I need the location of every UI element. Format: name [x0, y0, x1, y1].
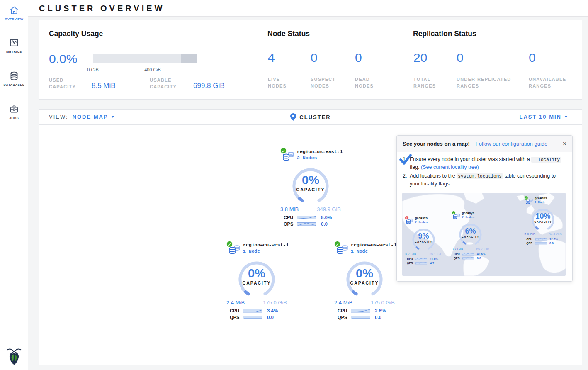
qps-label: QPS — [407, 262, 415, 265]
region-name: geo=ams — [535, 197, 562, 200]
cpu-sparkline — [243, 308, 262, 313]
cockroachdb-logo — [0, 348, 28, 367]
home-icon — [9, 5, 19, 16]
region-node-group[interactable]: ✓ region=us-east-1 2 No — [279, 148, 342, 226]
sidebar-label: JOBS — [0, 116, 28, 120]
region-node-count: 2 Nodes — [462, 216, 490, 219]
region-node-count: 2 Nodes — [415, 221, 443, 224]
system-locations-code: system.locations — [457, 173, 503, 179]
region-node-count: 1 Node — [351, 248, 396, 254]
close-icon[interactable]: × — [563, 141, 566, 147]
sidebar-label: METRICS — [0, 50, 28, 54]
capacity-gauge: 10% CAPACITY — [530, 207, 556, 231]
region-status-icon: ✓ — [280, 148, 287, 154]
capacity-total-value: 35.1 GiB — [429, 252, 442, 256]
qps-label: QPS — [526, 242, 535, 245]
region-status-icon: ✓ — [524, 196, 528, 200]
capacity-percent: 6% — [458, 227, 484, 235]
time-range-dropdown[interactable]: LAST 10 MIN — [520, 114, 568, 120]
qps-label: QPS — [284, 222, 297, 226]
under-replicated-ranges-value: 0 — [457, 51, 511, 64]
capacity-label: CAPACITY — [344, 280, 385, 285]
capacity-total-value: 34.4 GiB — [549, 232, 561, 236]
qps-label: QPS — [338, 315, 351, 320]
qps-sparkline — [243, 315, 262, 320]
capacity-used-value: 3.2 GiB — [405, 252, 416, 256]
qps-value: 0.0 — [321, 222, 328, 226]
region-node-count: 1 Node — [535, 201, 562, 204]
capacity-gauge: 0% CAPACITY — [236, 258, 277, 298]
step-complete-check-icon — [399, 154, 412, 165]
cpu-label: CPU — [454, 253, 462, 256]
region-name: region=eu-west-1 — [243, 242, 288, 248]
qps-label: QPS — [454, 257, 462, 260]
capacity-total-value: 349.9 GiB — [317, 206, 341, 212]
cpu-sparkline — [351, 308, 370, 313]
capacity-percent: 0% — [290, 174, 331, 186]
total-ranges-value: 20 — [413, 51, 436, 64]
capacity-label: CAPACITY — [236, 280, 277, 285]
sidebar: OVERVIEW METRICS DATABASES JOBS — [0, 0, 28, 370]
region-name: geo=nyc — [462, 212, 490, 215]
cpu-label: CPU — [284, 215, 297, 220]
capacity-label: CAPACITY — [530, 220, 556, 223]
metrics-icon — [9, 37, 19, 48]
gauge-used-arc — [299, 198, 302, 200]
qps-sparkline — [415, 262, 428, 265]
region-name: geo=sfo — [415, 217, 443, 220]
node-map-panel: See your nodes on a map! Follow our conf… — [39, 124, 582, 365]
qps-value: 0.0 — [267, 315, 274, 320]
capacity-label: CAPACITY — [290, 187, 331, 192]
breadcrumb-cluster: CLUSTER — [299, 114, 330, 120]
view-selector-dropdown[interactable]: NODE MAP — [73, 114, 114, 120]
locality-tree-link[interactable]: See current locality tree — [423, 164, 477, 170]
region-node-group[interactable]: ✓ region=eu-west-1 1 No — [226, 241, 288, 320]
cpu-value: 5.0% — [321, 215, 332, 220]
region-node-group[interactable]: ! geo=sfo 2 Nodes — [404, 216, 443, 265]
capacity-gauge: 0% CAPACITY — [344, 258, 385, 298]
view-toolbar: VIEW: NODE MAP CLUSTER LAST 10 MIN — [39, 109, 582, 124]
unavailable-ranges-value: 0 — [529, 51, 566, 64]
popup-steps: 1.Ensure every node in your cluster was … — [397, 152, 572, 191]
replication-status-title: Replication Status — [413, 29, 476, 38]
popup-step-2: 2.Add locations to the system.locations … — [403, 173, 566, 187]
cpu-value: 11.0% — [430, 258, 438, 260]
cpu-label: CPU — [526, 238, 535, 241]
popup-header: See your nodes on a map! Follow our conf… — [397, 136, 572, 152]
popup-title: See your nodes on a map! — [403, 141, 470, 147]
map-configuration-popup: See your nodes on a map! Follow our conf… — [396, 135, 573, 282]
capacity-used-value: 2.4 MiB — [226, 299, 245, 306]
sidebar-item-overview[interactable]: OVERVIEW — [0, 5, 28, 21]
qps-value: 0.0 — [549, 242, 554, 245]
qps-value: 0.0 — [477, 257, 481, 260]
cpu-sparkline — [462, 253, 474, 256]
suspect-nodes-value: 0 — [311, 51, 335, 64]
cpu-label: CPU — [338, 308, 351, 313]
capacity-usage-percent: 0.0% — [49, 52, 77, 66]
region-status-icon: ✓ — [334, 241, 340, 247]
gauge-used-arc — [536, 227, 538, 229]
cpu-sparkline — [415, 258, 428, 260]
region-node-group[interactable]: ✓ geo=ams 1 Node — [524, 196, 562, 245]
region-node-group[interactable]: ✓ geo=nyc 2 Nodes — [451, 211, 490, 260]
cpu-value: 42.6% — [477, 253, 485, 256]
region-node-count: 2 Nodes — [297, 155, 342, 161]
locality-flag-code: --locality — [531, 157, 561, 163]
configuration-guide-link[interactable]: Follow our configuration guide — [476, 141, 547, 147]
example-node-map-image: ! geo=sfo 2 Nodes — [402, 193, 566, 276]
cpu-value: 12.3% — [549, 238, 558, 241]
cpu-label: CPU — [230, 308, 243, 313]
view-label: VIEW: — [49, 114, 68, 120]
region-node-group[interactable]: ✓ region=us-west-1 1 No — [333, 241, 396, 320]
live-nodes-value: 4 — [268, 51, 287, 64]
cpu-value: 3.4% — [267, 308, 278, 313]
jobs-icon — [9, 104, 19, 114]
sidebar-item-jobs[interactable]: JOBS — [0, 104, 28, 120]
dead-nodes-value: 0 — [355, 51, 374, 64]
region-name: region=us-west-1 — [351, 242, 396, 248]
cpu-label: CPU — [407, 258, 415, 260]
sidebar-item-metrics[interactable]: METRICS — [0, 37, 28, 54]
region-node-count: 1 Node — [243, 248, 288, 254]
sidebar-item-databases[interactable]: DATABASES — [0, 71, 28, 87]
qps-value: 4.7 — [430, 262, 434, 265]
